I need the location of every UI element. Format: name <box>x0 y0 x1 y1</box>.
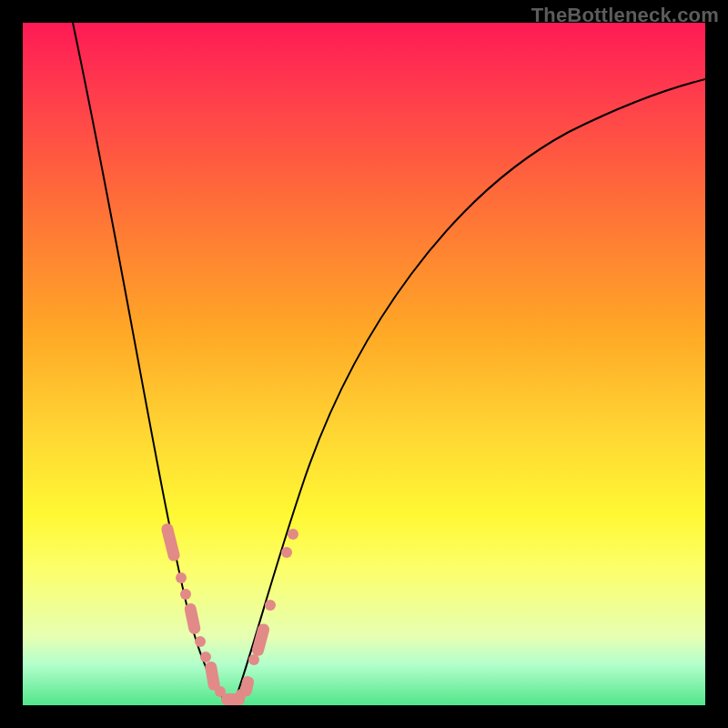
attribution-label: TheBottleneck.com <box>531 4 719 26</box>
curve-right <box>234 79 705 703</box>
svg-point-5 <box>200 652 211 662</box>
chart-container: TheBottleneck.com <box>0 0 728 728</box>
svg-point-1 <box>176 572 187 583</box>
markers-right <box>236 529 298 700</box>
svg-point-4 <box>195 636 206 647</box>
svg-point-14 <box>281 547 292 558</box>
attribution-text: TheBottleneck.com <box>531 4 719 27</box>
curve-left <box>73 23 228 703</box>
svg-point-13 <box>265 600 276 611</box>
plot-area <box>23 23 705 705</box>
svg-point-2 <box>180 589 191 600</box>
svg-rect-3 <box>184 602 202 635</box>
chart-svg <box>23 23 705 705</box>
svg-point-15 <box>288 529 298 540</box>
svg-rect-0 <box>160 522 181 562</box>
markers-left <box>160 522 245 705</box>
